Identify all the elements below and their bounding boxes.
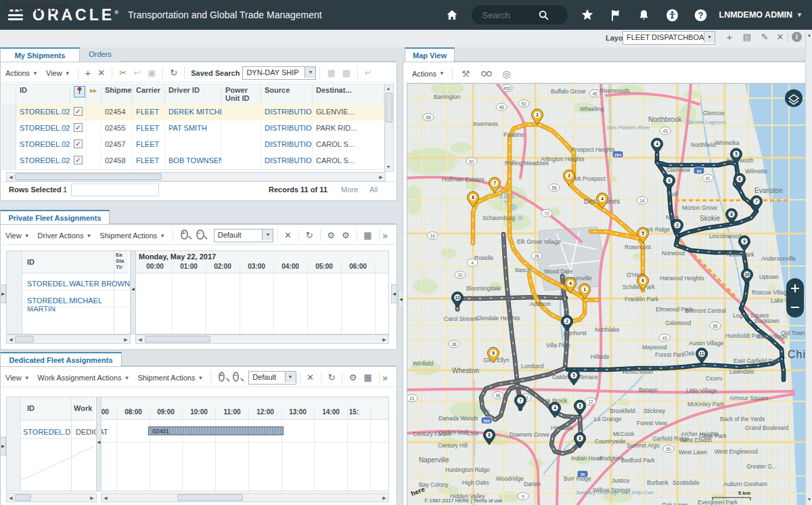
flag-icon[interactable] — [604, 3, 627, 26]
zoom-out-icon[interactable]: − — [233, 372, 239, 382]
zoom-in-icon[interactable]: + — [219, 372, 225, 382]
table-vscrollbar[interactable]: ▲ ▼ — [384, 84, 394, 172]
work-assignment-actions-menu[interactable]: Work Assignment Actions▼ — [38, 374, 130, 382]
shipment-actions-menu[interactable]: Shipment Actions▼ — [99, 232, 165, 240]
table-cell[interactable]: STOREDEL.02... — [16, 153, 70, 169]
table-cell[interactable]: PAT SMITH — [165, 120, 222, 137]
column-header[interactable]: Power Unit ID — [222, 85, 261, 105]
view-menu[interactable]: View▼ — [46, 69, 70, 77]
checkbox[interactable]: ✓ — [74, 139, 83, 148]
delete-layout-button[interactable]: ✕ — [773, 31, 787, 43]
pf-left-hscrollbar[interactable]: ◀ ▶ — [6, 334, 131, 344]
notifications-bell-icon[interactable] — [633, 3, 656, 26]
id-column-header[interactable]: ID — [27, 258, 35, 266]
driver-settings-icon[interactable]: ⚙ — [327, 228, 335, 243]
tab-orders[interactable]: Orders — [79, 47, 121, 62]
go-icon[interactable]: ↵ — [365, 66, 372, 81]
detach-table-icon[interactable]: ▩ — [342, 66, 351, 81]
checkbox[interactable]: ✓ — [74, 156, 83, 164]
column-header[interactable]: Source — [261, 85, 313, 105]
delete-icon[interactable]: ✕ — [97, 66, 105, 81]
settings-icon[interactable]: ⚙ — [342, 228, 350, 243]
search-input[interactable] — [481, 9, 538, 21]
info-icon[interactable]: i — [792, 32, 802, 42]
all-link[interactable]: All — [369, 185, 378, 194]
checkbox[interactable]: ✓ — [74, 107, 83, 116]
overview-icon[interactable]: ◎ — [503, 68, 511, 79]
table-row[interactable]: STOREDEL.02...✓02454FLEETDEREK MITCHELLD… — [1, 104, 384, 121]
view-menu[interactable]: View▼ — [5, 374, 30, 382]
table-row[interactable]: STOREDEL.02...✓02458FLEETBOB TOWNSENDDIS… — [1, 153, 384, 170]
table-cell[interactable]: ✓ — [70, 137, 87, 153]
table-cell[interactable]: FLEET — [133, 120, 165, 137]
table-hscrollbar[interactable]: ◀ ▶ — [6, 172, 386, 181]
add-layout-button[interactable]: + — [723, 31, 736, 43]
save-icon[interactable]: ▣ — [148, 66, 156, 81]
work-assignment-column-header[interactable]: Work A — [74, 404, 94, 412]
column-header[interactable] — [1, 85, 16, 105]
column-header[interactable]: ▸▸ — [87, 85, 102, 105]
table-cell[interactable]: FLEET — [133, 104, 165, 120]
gantt-view-select[interactable]: Default▼ — [248, 371, 296, 385]
collapse-handle-icon[interactable]: ▶ — [0, 437, 6, 456]
fit-route-icon[interactable]: ⚒ — [461, 68, 470, 79]
page-vscrollbar[interactable]: ▲ ▼ — [805, 30, 812, 505]
table-cell[interactable]: BOB TOWNSEND — [165, 153, 222, 169]
checkbox[interactable]: ✓ — [74, 123, 83, 132]
work-assignment-row[interactable]: STOREDEL.DDEDICAT — [23, 428, 108, 436]
table-icon[interactable]: ▦ — [363, 228, 371, 243]
df-left-hscrollbar[interactable]: ◀ ▶ — [6, 493, 97, 502]
saved-search-select[interactable]: DYN-DAY SHIP▼ — [242, 66, 316, 80]
edit-layout-button[interactable]: ✎ — [758, 31, 771, 43]
overflow-icon[interactable]: » — [382, 370, 388, 385]
table-cell[interactable]: STOREDEL.02... — [16, 137, 70, 153]
refresh-icon[interactable]: ↻ — [328, 370, 335, 385]
settings-icon[interactable]: ⚙ — [349, 370, 357, 385]
accessibility-icon[interactable] — [661, 3, 684, 26]
table-cell[interactable]: FLEET — [133, 137, 165, 153]
refresh-icon[interactable]: ↻ — [170, 66, 177, 81]
table-cell[interactable]: DISTRIBUTION C... — [261, 153, 313, 169]
home-icon[interactable] — [441, 3, 464, 26]
refresh-icon[interactable]: ↻ — [306, 228, 313, 243]
column-header[interactable] — [70, 85, 87, 105]
table-cell[interactable]: DISTRIBUTION C... — [261, 104, 313, 120]
table-cell[interactable]: STOREDEL.02... — [16, 104, 70, 120]
add-icon[interactable]: + — [85, 66, 91, 81]
id-column-header[interactable]: ID — [27, 404, 35, 412]
zoom-out-icon[interactable]: − — [196, 229, 204, 240]
driver-actions-menu[interactable]: Driver Actions▼ — [38, 232, 92, 240]
gantt-view-select[interactable]: Default▼ — [214, 229, 274, 242]
table-cell[interactable]: FLEET — [133, 153, 165, 169]
legend-icon[interactable] — [481, 68, 492, 79]
overflow-icon[interactable]: » — [382, 228, 388, 243]
table-row[interactable]: STOREDEL.02...✓02457FLEETDISTRIBUTION C.… — [1, 137, 384, 154]
table-cell[interactable] — [165, 137, 222, 153]
table-cell[interactable]: DISTRIBUTION C... — [261, 137, 313, 153]
copy-layout-button[interactable]: ▤ — [740, 31, 754, 43]
table-cell[interactable]: ✓ — [70, 104, 87, 120]
column-header[interactable]: Carrier — [133, 85, 165, 105]
gantt-bar[interactable]: 02401 — [148, 426, 284, 435]
favorites-star-icon[interactable] — [576, 3, 599, 26]
pf-gantt-hscrollbar[interactable]: ◀ ▶ — [135, 334, 389, 344]
map-canvas[interactable]: 68485362587245A5043411442028193866431213… — [407, 83, 806, 505]
column-header[interactable]: Driver ID — [165, 85, 222, 105]
table-row[interactable]: STOREDEL.02...✓02455FLEETPAT SMITHDISTRI… — [1, 120, 384, 137]
table-cell[interactable]: ✓ — [70, 153, 87, 169]
column-header[interactable]: Shipment — [102, 85, 133, 105]
column-header[interactable]: Destinat... — [313, 85, 384, 105]
driver-row[interactable]: STOREDEL.WALTER BROWN — [27, 280, 130, 288]
user-menu[interactable]: LNMDEMO ADMIN▼ — [719, 10, 803, 20]
map-zoom-control[interactable] — [786, 278, 804, 317]
more-link[interactable]: More — [341, 185, 358, 194]
df-gantt-hscrollbar[interactable]: ◀ ▶ — [101, 493, 389, 502]
actions-menu[interactable]: Actions▼ — [5, 69, 38, 77]
collapse-handle-icon[interactable]: ▶ — [0, 284, 6, 303]
clear-icon[interactable]: ✕ — [307, 370, 314, 385]
table-icon[interactable]: ▦ — [327, 66, 335, 81]
collapse-handle-icon[interactable]: ◀ — [391, 284, 397, 303]
table-cell[interactable]: STOREDEL.02... — [16, 120, 70, 137]
shipment-actions-menu[interactable]: Shipment Actions▼ — [137, 374, 203, 382]
view-menu[interactable]: View▼ — [5, 232, 30, 240]
